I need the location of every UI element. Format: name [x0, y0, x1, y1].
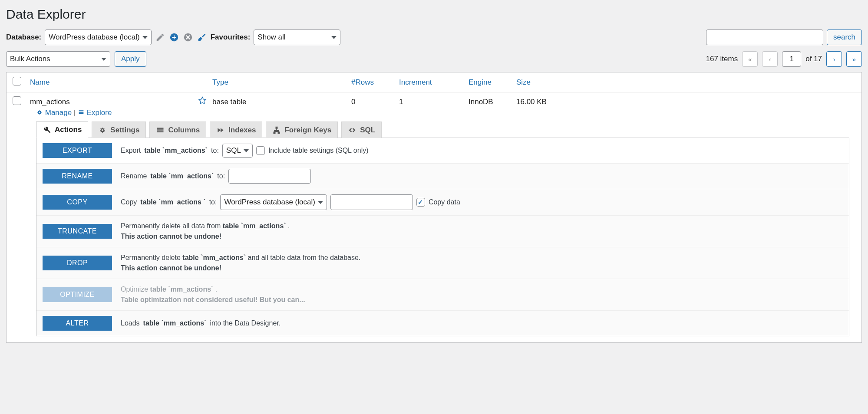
chevron-down-icon — [331, 36, 337, 39]
text: to: — [209, 197, 217, 207]
text: Copy — [121, 197, 137, 207]
table-row: mm_actions base table 0 1 InnoDB 16.00 K… — [7, 92, 861, 336]
favourites-select[interactable]: Show all — [254, 30, 340, 45]
apply-button[interactable]: Apply — [115, 51, 146, 67]
star-icon[interactable] — [198, 96, 207, 105]
text: Include table settings (SQL only) — [268, 145, 369, 156]
copy-button[interactable]: COPY — [43, 195, 112, 210]
export-format-select[interactable]: SQL — [222, 144, 253, 158]
table: Name Type #Rows Increment Engine Size mm… — [6, 72, 862, 343]
copy-data-checkbox[interactable] — [416, 198, 425, 207]
truncate-button[interactable]: TRUNCATE — [43, 224, 112, 239]
include-settings-checkbox[interactable] — [256, 146, 265, 155]
col-increment[interactable]: Increment — [399, 78, 432, 86]
search-button[interactable]: search — [827, 30, 862, 45]
second-toolbar: Bulk Actions Apply 167 items « ‹ of 17 ›… — [6, 51, 862, 67]
col-engine[interactable]: Engine — [469, 78, 492, 86]
optimize-row: OPTIMIZE Optimize table `mm_actions` . T… — [36, 279, 849, 311]
next-page-button[interactable]: › — [826, 51, 842, 67]
row-type: base table — [212, 98, 351, 106]
tab-label: Actions — [55, 125, 82, 134]
text: This action cannot be undone! — [121, 263, 360, 273]
tab-label: Columns — [168, 126, 200, 135]
last-page-button[interactable]: » — [846, 51, 862, 67]
alter-row: ALTER Loads table `mm_actions` into the … — [36, 311, 849, 336]
tab-label: Settings — [110, 126, 139, 135]
favourites-select-value: Show all — [257, 33, 285, 42]
col-name[interactable]: Name — [30, 78, 50, 87]
tab-actions[interactable]: Actions — [36, 122, 88, 138]
manage-link[interactable]: Manage — [45, 108, 72, 117]
actions-panel: EXPORT Export table `mm_actions` to: SQL… — [36, 138, 849, 336]
database-select[interactable]: WordPress database (local) — [45, 30, 151, 45]
table-header: Name Type #Rows Increment Engine Size — [7, 72, 861, 92]
text: Rename — [121, 171, 147, 181]
page-title: Data Explorer — [6, 7, 862, 22]
row-actions: Manage | Explore — [13, 108, 855, 122]
edit-icon[interactable] — [155, 32, 165, 43]
select-value: SQL — [226, 145, 241, 156]
rename-input[interactable] — [228, 169, 311, 184]
text: table `mm_actions` — [150, 286, 214, 293]
text: table `mm_actions` — [223, 222, 286, 230]
text: . — [288, 222, 290, 230]
truncate-row: TRUNCATE Permanently delete all data fro… — [36, 216, 849, 247]
favourites-label: Favourites: — [211, 33, 251, 42]
text: table `mm_actions` — [150, 171, 214, 181]
copy-row: COPY Copy table `mm_actions ` to: WordPr… — [36, 189, 849, 216]
of-pages: of 17 — [805, 55, 822, 63]
drop-button[interactable]: DROP — [43, 256, 112, 270]
copy-db-select[interactable]: WordPress database (local) — [220, 194, 327, 210]
col-size[interactable]: Size — [516, 78, 531, 86]
tab-label: Foreign Keys — [284, 126, 331, 135]
chevron-down-icon — [318, 201, 323, 204]
remove-icon[interactable] — [183, 32, 193, 43]
text: table `mm_actions` — [144, 145, 208, 156]
chevron-down-icon — [101, 58, 106, 61]
chevron-down-icon — [142, 36, 148, 39]
text: to: — [217, 171, 225, 181]
row-checkbox[interactable] — [13, 96, 21, 105]
bulk-actions-select[interactable]: Bulk Actions — [6, 51, 110, 67]
col-type[interactable]: Type — [212, 78, 228, 86]
optimize-button[interactable]: OPTIMIZE — [43, 287, 112, 302]
broom-icon[interactable] — [197, 32, 207, 43]
row-engine: InnoDB — [469, 98, 516, 106]
top-toolbar: Database: WordPress database (local) Fav… — [6, 30, 862, 45]
select-all-checkbox[interactable] — [13, 77, 21, 85]
page-input[interactable] — [782, 51, 801, 67]
tab-columns[interactable]: Columns — [149, 122, 206, 138]
tab-sql[interactable]: SQL — [341, 122, 382, 138]
tab-foreignkeys[interactable]: Foreign Keys — [266, 122, 338, 138]
bulk-actions-value: Bulk Actions — [10, 55, 50, 63]
search-input[interactable] — [706, 30, 823, 45]
tab-indexes[interactable]: Indexes — [210, 122, 262, 138]
chevron-down-icon — [244, 149, 249, 152]
forward-icon — [216, 126, 225, 135]
tab-settings[interactable]: Settings — [92, 122, 146, 138]
row-increment: 1 — [399, 98, 469, 106]
text: Copy data — [429, 197, 460, 207]
code-icon — [348, 126, 356, 135]
row-rows: 0 — [351, 98, 399, 106]
text: table `mm_actions` — [143, 318, 207, 329]
text: table `mm_actions` — [182, 254, 246, 261]
alter-button[interactable]: ALTER — [43, 316, 112, 331]
add-icon[interactable] — [169, 32, 179, 43]
rename-row: RENAME Rename table `mm_actions` to: — [36, 164, 849, 189]
text: Export — [121, 145, 141, 156]
text: Table optimization not considered useful… — [121, 295, 305, 305]
first-page-button[interactable]: « — [742, 51, 758, 67]
text: Optimize — [121, 286, 148, 293]
export-row: EXPORT Export table `mm_actions` to: SQL… — [36, 138, 849, 164]
columns-icon — [156, 126, 165, 135]
copy-name-input[interactable] — [330, 194, 413, 210]
export-button[interactable]: EXPORT — [43, 143, 112, 158]
text: Permanently delete all data from — [121, 222, 221, 230]
prev-page-button[interactable]: ‹ — [762, 51, 778, 67]
col-rows[interactable]: #Rows — [351, 78, 374, 86]
explore-link[interactable]: Explore — [87, 108, 112, 117]
items-count: 167 items — [706, 55, 738, 63]
rename-button[interactable]: RENAME — [43, 169, 112, 184]
text: into the Data Designer. — [210, 318, 281, 329]
